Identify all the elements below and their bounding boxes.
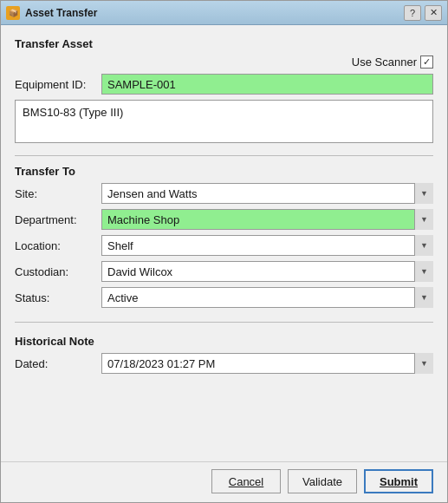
submit-label: Submit bbox=[380, 475, 418, 488]
divider-2 bbox=[15, 322, 433, 323]
help-button[interactable]: ? bbox=[404, 5, 421, 21]
custodian-dropdown[interactable]: David Wilcox bbox=[101, 261, 433, 282]
use-scanner-label: Use Scanner bbox=[352, 56, 417, 69]
department-row: Department: Machine Shop ▼ bbox=[15, 209, 433, 230]
site-label: Site: bbox=[15, 187, 101, 200]
equipment-id-input[interactable] bbox=[101, 74, 433, 95]
site-row: Site: Jensen and Watts ▼ bbox=[15, 183, 433, 204]
custodian-row: Custodian: David Wilcox ▼ bbox=[15, 261, 433, 282]
description-box: BMS10-83 (Type III) bbox=[15, 100, 433, 143]
validate-button[interactable]: Validate bbox=[288, 469, 357, 493]
custodian-label: Custodian: bbox=[15, 265, 101, 278]
equipment-id-label: Equipment ID: bbox=[15, 78, 101, 91]
divider-1 bbox=[15, 155, 433, 156]
validate-label: Validate bbox=[302, 475, 342, 488]
dated-dropdown-wrapper: 07/18/2023 01:27 PM ▼ bbox=[101, 353, 433, 374]
department-dropdown-wrapper: Machine Shop ▼ bbox=[101, 209, 433, 230]
department-dropdown[interactable]: Machine Shop bbox=[101, 209, 433, 230]
transfer-asset-section: Transfer Asset Use Scanner ✓ Equipment I… bbox=[15, 34, 433, 150]
submit-button[interactable]: Submit bbox=[364, 469, 433, 493]
status-dropdown-wrapper: Active ▼ bbox=[101, 287, 433, 308]
site-dropdown[interactable]: Jensen and Watts bbox=[101, 183, 433, 204]
title-bar-controls: ? ✕ bbox=[404, 5, 442, 21]
status-label: Status: bbox=[15, 291, 101, 304]
status-row: Status: Active ▼ bbox=[15, 287, 433, 308]
historical-note-section: Historical Note Dated: 07/18/2023 01:27 … bbox=[15, 331, 433, 379]
dated-row: Dated: 07/18/2023 01:27 PM ▼ bbox=[15, 353, 433, 374]
dated-dropdown[interactable]: 07/18/2023 01:27 PM bbox=[101, 353, 433, 374]
transfer-asset-title: Transfer Asset bbox=[15, 37, 433, 50]
use-scanner-row: Use Scanner ✓ bbox=[15, 56, 433, 69]
dialog-content: Transfer Asset Use Scanner ✓ Equipment I… bbox=[1, 25, 447, 461]
title-bar: 📦 Asset Transfer ? ✕ bbox=[1, 1, 447, 25]
use-scanner-checkbox[interactable]: ✓ bbox=[420, 56, 433, 69]
location-label: Location: bbox=[15, 239, 101, 252]
dialog-footer: Cancel Validate Submit bbox=[1, 461, 447, 502]
location-row: Location: Shelf ▼ bbox=[15, 235, 433, 256]
cancel-label: Cancel bbox=[229, 475, 263, 488]
transfer-to-section: Transfer To Site: Jensen and Watts ▼ Dep… bbox=[15, 161, 433, 313]
window-icon: 📦 bbox=[6, 6, 20, 20]
cancel-button[interactable]: Cancel bbox=[211, 469, 281, 493]
main-window: 📦 Asset Transfer ? ✕ Transfer Asset Use … bbox=[0, 0, 448, 503]
equipment-id-row: Equipment ID: bbox=[15, 74, 433, 95]
close-button[interactable]: ✕ bbox=[425, 5, 442, 21]
custodian-dropdown-wrapper: David Wilcox ▼ bbox=[101, 261, 433, 282]
transfer-to-title: Transfer To bbox=[15, 165, 433, 178]
dated-label: Dated: bbox=[15, 357, 101, 370]
department-label: Department: bbox=[15, 213, 101, 226]
historical-note-title: Historical Note bbox=[15, 335, 433, 348]
location-dropdown[interactable]: Shelf bbox=[101, 235, 433, 256]
window-title: Asset Transfer bbox=[25, 7, 404, 19]
site-dropdown-wrapper: Jensen and Watts ▼ bbox=[101, 183, 433, 204]
location-dropdown-wrapper: Shelf ▼ bbox=[101, 235, 433, 256]
status-dropdown[interactable]: Active bbox=[101, 287, 433, 308]
